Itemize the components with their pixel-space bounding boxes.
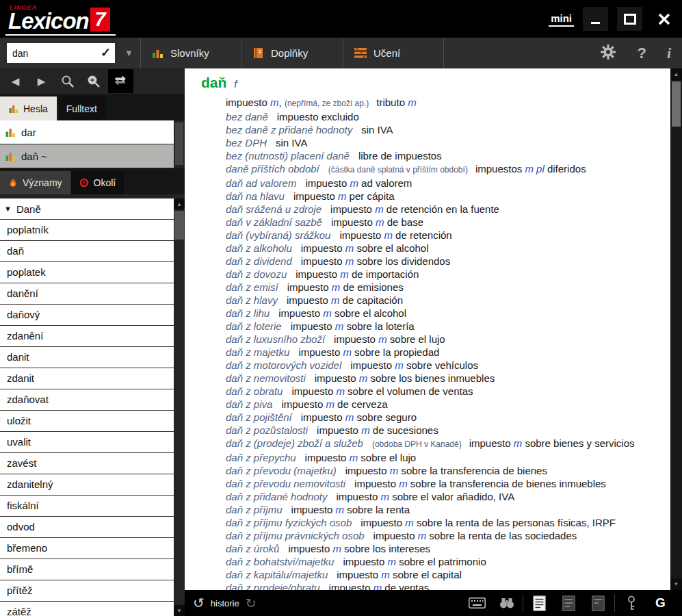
headword-item-dan[interactable]: daň ~ [0, 144, 174, 168]
onscreen-keyboard-button[interactable] [462, 590, 492, 616]
info-icon[interactable]: i [667, 44, 671, 62]
sidebar-scrollbar[interactable]: ▲ ▼ [174, 198, 185, 616]
tree-item[interactable]: zdanění [0, 326, 174, 347]
czech-phrase[interactable]: daň z loterie [226, 320, 282, 332]
czech-phrase[interactable]: daň z emisí [226, 281, 278, 293]
headword-scrollbar-thumb[interactable] [175, 123, 183, 165]
tree-item[interactable]: daňový [0, 305, 174, 326]
tree-item[interactable]: fiskální [0, 496, 174, 517]
tree-item[interactable]: poplatník [0, 220, 174, 241]
czech-phrase[interactable]: daň z pozůstalosti [226, 424, 308, 436]
czech-phrase[interactable]: daň z převodu (majetku) [226, 465, 337, 476]
tree-item[interactable]: odvod [0, 517, 174, 538]
czech-phrase[interactable]: daň z dovozu [226, 268, 287, 280]
tree-item[interactable]: zavést [0, 453, 174, 474]
czech-phrase[interactable]: daň z přepychu [226, 452, 296, 463]
tree-item[interactable]: zdanit [0, 368, 174, 389]
tree-item[interactable]: břímě [0, 559, 174, 580]
scroll-up-icon[interactable]: ▲ [670, 68, 682, 80]
tree-item[interactable]: danit [0, 347, 174, 368]
czech-phrase[interactable]: daň z příjmu [226, 504, 283, 515]
czech-phrase[interactable]: daň z alkoholu [226, 242, 292, 254]
czech-phrase[interactable]: daň z hlavy [226, 294, 278, 306]
tree-item[interactable]: zdaňovat [0, 389, 174, 411]
zoom-in-button[interactable] [82, 70, 105, 92]
czech-phrase[interactable]: daň z dividend [226, 255, 292, 267]
czech-phrase[interactable]: daň z nemovitosti [226, 372, 306, 384]
czech-phrase[interactable]: daň z úroků [226, 543, 279, 554]
history-forward-icon[interactable]: ↻ [246, 597, 257, 610]
help-icon[interactable]: ? [637, 44, 646, 62]
headword-item-dar[interactable]: dar [0, 120, 174, 144]
czech-phrase[interactable]: daň z bohatství/majetku [226, 556, 334, 567]
scroll-up-icon[interactable]: ▲ [174, 198, 185, 209]
view-full-entry-button[interactable] [525, 590, 554, 616]
scroll-down-icon[interactable]: ▼ [174, 605, 185, 616]
tree-root-dane[interactable]: ▼ Daně [0, 198, 174, 220]
tree-item[interactable]: zdanitelný [0, 474, 174, 496]
czech-phrase[interactable]: bez daně z přidané hodnoty [226, 124, 352, 136]
tab-hesla[interactable]: Hesla [0, 97, 57, 120]
mini-mode-button[interactable]: mini [549, 12, 574, 27]
sidebar-scrollbar-thumb[interactable] [174, 211, 184, 240]
swap-direction-button[interactable] [108, 69, 133, 93]
search-input[interactable] [7, 43, 115, 63]
czech-phrase[interactable]: daň z piva [226, 398, 272, 410]
czech-phrase[interactable]: daně příštích období [226, 163, 319, 175]
czech-phrase[interactable]: daň z lihu [226, 307, 270, 319]
tab-slovniky[interactable]: Slovníky [140, 38, 241, 68]
czech-phrase[interactable]: daň z příjmu právnických osob [226, 530, 365, 541]
czech-phrase[interactable]: daň ad valorem [226, 177, 296, 189]
czech-phrase[interactable]: daň v základní sazbě [226, 216, 322, 228]
main-scrollbar[interactable]: ▲ ▼ [670, 68, 682, 590]
zoom-out-button[interactable] [56, 70, 79, 92]
czech-phrase[interactable]: daň srážená u zdroje [226, 203, 322, 215]
search-in-text-button[interactable] [492, 590, 521, 616]
tree-item[interactable]: břemeno [0, 538, 174, 559]
tree-item[interactable]: daň [0, 241, 174, 262]
tab-vyznamy[interactable]: Významy [0, 171, 70, 194]
close-button[interactable] [651, 7, 677, 31]
scroll-down-icon[interactable]: ▼ [670, 578, 682, 590]
check-icon[interactable]: ✓ [101, 45, 111, 60]
tree-item[interactable]: uvalit [0, 432, 174, 453]
czech-phrase[interactable]: bez DPH [226, 137, 267, 149]
minimize-button[interactable] [583, 7, 608, 31]
tab-fulltext[interactable]: Fulltext [57, 97, 106, 120]
czech-phrase[interactable]: daň (vybíraná) srážkou [226, 229, 330, 241]
maximize-button[interactable] [617, 7, 642, 31]
tree-item[interactable]: poplatek [0, 262, 174, 283]
settings-gear-icon[interactable] [600, 44, 616, 63]
czech-phrase[interactable]: daň z pojištění [226, 411, 292, 423]
tree-item[interactable]: uložit [0, 411, 174, 432]
tab-doplnky[interactable]: Doplňky [241, 38, 343, 68]
czech-phrase[interactable]: daň z (prodeje) zboží a služeb [226, 437, 363, 449]
history-back-icon[interactable]: ↺ [193, 596, 205, 610]
czech-phrase[interactable]: daň z přidané hodnoty [226, 491, 327, 502]
czech-phrase[interactable]: daň z majetku [226, 346, 289, 358]
back-button[interactable]: ◀ [4, 70, 27, 92]
czech-phrase[interactable]: daň z obratu [226, 385, 283, 397]
pronunciation-key-button[interactable] [616, 590, 646, 616]
czech-phrase[interactable]: daň z převodu nemovitosti [226, 478, 345, 489]
czech-phrase[interactable]: daň z motorových vozidel [226, 359, 341, 371]
tab-uceni[interactable]: Učení [343, 38, 444, 68]
main-scrollbar-thumb[interactable] [672, 81, 681, 127]
tree-item[interactable]: danění [0, 283, 174, 305]
czech-phrase[interactable]: daň z luxusního zboží [226, 333, 325, 345]
tab-okoli[interactable]: Okolí [70, 171, 124, 194]
view-short-entry-button[interactable] [583, 590, 613, 616]
czech-phrase[interactable]: daň z kapitálu/majetku [226, 569, 328, 580]
czech-phrase[interactable]: daň na hlavu [226, 190, 285, 202]
tree-item[interactable]: přítěž [0, 580, 174, 602]
view-medium-entry-button[interactable] [554, 590, 583, 616]
headword-scrollbar[interactable] [174, 120, 185, 168]
czech-phrase[interactable]: daň z příjmu fyzických osob [226, 517, 352, 528]
czech-phrase[interactable]: bez (nutnosti) placení daně [226, 150, 350, 162]
search-dropdown-arrow-icon[interactable]: ▼ [124, 48, 133, 58]
google-lookup-button[interactable]: G [646, 590, 675, 616]
tree-item[interactable]: zátěž [0, 602, 174, 616]
czech-phrase[interactable]: daň z prodeje/obratu [226, 582, 320, 590]
forward-button[interactable]: ▶ [30, 70, 53, 92]
czech-phrase[interactable]: bez daně [226, 111, 268, 123]
